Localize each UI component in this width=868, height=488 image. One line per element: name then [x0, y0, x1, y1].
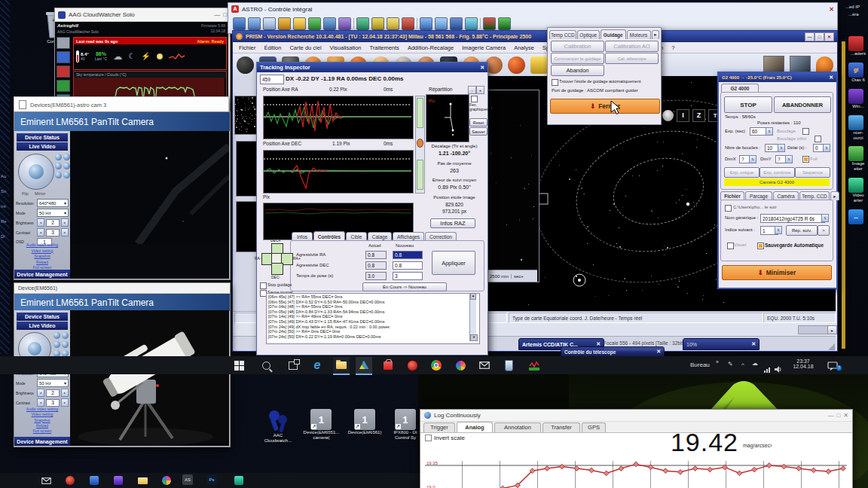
close-icon[interactable]: ✕ — [824, 32, 834, 41]
brightness-plus[interactable]: ▸ — [61, 218, 69, 227]
menu-item[interactable]: Carte du ciel — [289, 44, 321, 51]
aag-tool-grey[interactable] — [57, 37, 70, 49]
ptz-button[interactable] — [63, 163, 70, 169]
minimize-icon[interactable]: — — [827, 412, 833, 419]
as-app-icon[interactable]: AS — [182, 474, 193, 485]
camera-link[interactable]: Audio video setting — [16, 407, 69, 412]
brightness-minus[interactable]: ◂ — [37, 389, 44, 397]
resolution-select[interactable]: 640*480▾ — [37, 199, 69, 207]
tab-correction[interactable]: Correction — [425, 232, 457, 241]
pill-progress[interactable]: 10%✕ — [683, 338, 760, 350]
tray-pen-icon[interactable]: ✎ — [728, 361, 733, 368]
astro-tool-15[interactable] — [450, 17, 463, 30]
menu-item[interactable]: Analyse — [514, 44, 534, 51]
astro-tool-9[interactable] — [356, 17, 369, 30]
close-icon[interactable]: ✕ — [843, 412, 848, 419]
reset-button[interactable]: Reset — [469, 118, 487, 127]
menu-item[interactable]: Addition-Recalage — [408, 44, 454, 51]
save-button[interactable]: Sauver — [469, 127, 487, 136]
tab-infos[interactable]: Infos — [292, 232, 313, 241]
camera-link[interactable]: Video setting — [16, 249, 69, 255]
close-icon[interactable]: ✕ — [829, 75, 833, 81]
astro-tool-14[interactable] — [435, 17, 448, 30]
desktop-icon-raccourci[interactable]: ncer- ourci — [848, 115, 868, 141]
camera2-titlebar[interactable]: Device(EM6561) — [14, 283, 230, 294]
maximize-icon[interactable]: □ — [836, 412, 840, 419]
aag-tool-green[interactable] — [57, 80, 70, 92]
agr-ra-input[interactable]: 0.8 — [393, 251, 423, 259]
astro-tool-1[interactable] — [233, 17, 246, 30]
folder-icon[interactable] — [134, 472, 151, 488]
dimx-stepper[interactable]: ⇅ — [749, 155, 756, 163]
tab-annotation[interactable]: Annotation — [494, 422, 541, 432]
camera-link[interactable]: Full screen — [16, 429, 69, 434]
camera1-video[interactable] — [70, 131, 229, 279]
sqm-titlebar[interactable]: Log Continuously — □ ✕ — [420, 410, 852, 422]
invert-scale-checkbox[interactable] — [425, 435, 432, 441]
menu-item[interactable]: Traitements — [370, 44, 399, 51]
menu-item[interactable]: Visualisation — [330, 44, 362, 51]
bureau-chevrons[interactable]: » — [716, 359, 719, 364]
tray-clock[interactable]: 23:37 12.04.18 — [787, 358, 820, 369]
map-moon-button[interactable] — [662, 110, 674, 121]
abandon-button[interactable]: ABANDONNER — [774, 96, 831, 113]
camera-link[interactable]: Audio video setting — [16, 242, 69, 249]
ptz-button[interactable] — [53, 332, 60, 339]
tab-temp-ccd[interactable]: Temp CCD — [549, 30, 576, 39]
contrast-minus[interactable]: ◂ — [37, 398, 44, 407]
ptz-button[interactable] — [53, 341, 60, 348]
astro-tool-6[interactable] — [308, 17, 321, 30]
stop-button[interactable]: STOP — [724, 96, 772, 113]
nom-stepper[interactable]: ⇅ — [821, 214, 829, 222]
astro-tool-3[interactable] — [263, 17, 276, 30]
desktop-icon-reader[interactable]: ...aders — [848, 36, 868, 56]
mail-icon[interactable] — [476, 357, 493, 374]
ptz-button[interactable] — [55, 163, 62, 169]
tray-cloud-icon[interactable]: ☁ — [752, 360, 758, 367]
bouclage2-checkbox[interactable] — [815, 136, 821, 142]
astro-tool-18[interactable] — [498, 17, 511, 30]
joystick-center[interactable] — [28, 342, 41, 355]
contrast-minus[interactable]: ◂ — [37, 228, 44, 236]
photoshop-icon[interactable]: Ps — [206, 474, 217, 485]
maximize-icon[interactable]: □ — [815, 32, 824, 41]
aag-tool-red[interactable] — [57, 66, 70, 78]
scroll-right-icon[interactable]: ▸ — [827, 325, 837, 334]
desktop-icon-teamviewer[interactable]: ↔ — [848, 209, 868, 224]
device-management-button[interactable]: Device Management — [14, 270, 70, 279]
horizontal-scrollbar[interactable] — [798, 325, 830, 334]
prism-titlebar[interactable]: PRISM - Version Recherche 10.3.40.481 - … — [233, 31, 837, 42]
tab-analog[interactable]: Analog — [457, 422, 493, 432]
astro-tool-5[interactable] — [293, 17, 306, 30]
exp-continue-button[interactable]: Exp. continue — [760, 167, 795, 178]
full-checkbox[interactable] — [802, 156, 809, 163]
delai-stepper[interactable]: ⇅ — [823, 144, 830, 152]
tab-scroll[interactable]: ▸ — [652, 30, 659, 39]
nom-input[interactable]: 20180412ngc4725 R 6s — [760, 214, 825, 223]
brightness-plus[interactable]: ▸ — [61, 389, 69, 397]
close-guide-button[interactable]: ⬇ Fermer — [550, 99, 660, 114]
powerdvd-icon[interactable] — [404, 357, 420, 374]
astro-tool-2[interactable] — [248, 17, 261, 30]
aag-tool-blue[interactable] — [57, 51, 70, 63]
minimize-icon[interactable]: — — [214, 11, 220, 18]
desktop-icon-device-em6551[interactable]: 1↗ Device(EM6551... camera( — [302, 409, 341, 454]
exp-unique-button[interactable]: Exp. unique — [724, 167, 760, 178]
visuel-checkbox[interactable] — [727, 242, 734, 249]
cloudwatcher-taskbar-icon[interactable] — [526, 357, 542, 374]
ptz-button[interactable] — [63, 172, 70, 178]
start-button[interactable] — [231, 357, 247, 374]
minimize-panel-button[interactable]: ⬇ Minimiser — [722, 265, 832, 280]
purple-app-icon[interactable] — [110, 472, 127, 488]
tab-calage[interactable]: Calage — [368, 232, 392, 241]
nbre-stepper[interactable]: ⇅ — [778, 144, 785, 152]
glass-app-icon[interactable] — [500, 357, 517, 374]
menu-item[interactable]: Édition — [264, 44, 282, 51]
contrast-plus[interactable]: ▸ — [61, 228, 69, 236]
infos-raz-button[interactable]: Infos RAZ — [430, 218, 475, 228]
store-icon[interactable] — [380, 357, 396, 374]
pill-telescope[interactable]: Contrôle du télescope✕ — [561, 346, 665, 357]
search-icon[interactable] — [258, 357, 274, 374]
live-video-button[interactable]: Live Video — [17, 142, 68, 151]
log-scrollbar[interactable]: ▲ ▼ — [469, 293, 476, 341]
